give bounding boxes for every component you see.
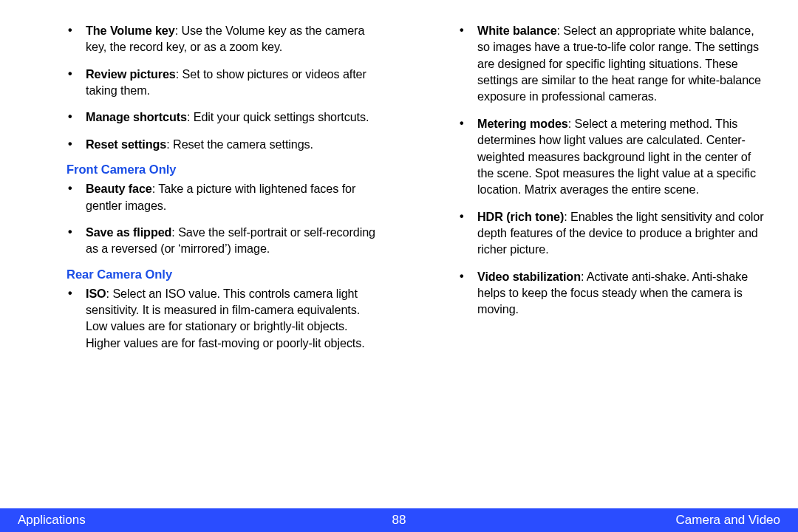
list-item: White balance: Select an appropriate whi…	[477, 22, 768, 105]
term: Manage shortcuts	[86, 110, 187, 123]
rear-camera-heading: Rear Camera Only	[66, 267, 377, 282]
list-item: Reset settings: Reset the camera setting…	[86, 136, 377, 152]
desc: : Edit your quick settings shortcuts.	[187, 110, 369, 123]
list-item: Review pictures: Set to show pictures or…	[86, 66, 377, 99]
list-item: The Volume key: Use the Volume key as th…	[86, 22, 377, 55]
term: Beauty face	[86, 182, 152, 195]
page-footer: Applications 88 Camera and Video	[0, 508, 798, 532]
left-column: The Volume key: Use the Volume key as th…	[30, 22, 377, 495]
term: White balance	[477, 24, 557, 37]
list-item: Save as flipped: Save the self-portrait …	[86, 224, 377, 257]
settings-list-rear: ISO: Select an ISO value. This controls …	[86, 285, 377, 351]
list-item: HDR (rich tone): Enables the light sensi…	[477, 208, 768, 258]
term: Reset settings	[86, 137, 166, 151]
term: HDR (rich tone)	[477, 210, 564, 223]
term: ISO	[86, 287, 106, 300]
settings-list-front: Beauty face: Take a picture with lighten…	[86, 180, 377, 256]
settings-list-general: The Volume key: Use the Volume key as th…	[86, 22, 377, 152]
footer-section-left: Applications	[18, 513, 86, 528]
desc: : Reset the camera settings.	[166, 137, 313, 151]
list-item: ISO: Select an ISO value. This controls …	[86, 285, 377, 351]
settings-list-rear-continued: White balance: Select an appropriate whi…	[477, 22, 768, 318]
term: Save as flipped	[86, 225, 171, 239]
list-item: Video stabilization: Activate anti-shake…	[477, 268, 768, 318]
front-camera-heading: Front Camera Only	[66, 163, 377, 177]
desc: : Select an ISO value. This controls cam…	[86, 287, 365, 349]
term: Metering modes	[477, 117, 568, 130]
footer-section-right: Camera and Video	[676, 513, 780, 528]
page-content: The Volume key: Use the Volume key as th…	[0, 0, 798, 495]
term: Video stabilization	[477, 270, 581, 283]
term: Review pictures	[86, 67, 176, 81]
right-column: White balance: Select an appropriate whi…	[421, 22, 768, 495]
list-item: Metering modes: Select a metering method…	[477, 115, 768, 198]
term: The Volume key	[86, 24, 175, 37]
list-item: Manage shortcuts: Edit your quick settin…	[86, 109, 377, 125]
list-item: Beauty face: Take a picture with lighten…	[86, 180, 377, 214]
footer-page-number: 88	[392, 513, 406, 528]
